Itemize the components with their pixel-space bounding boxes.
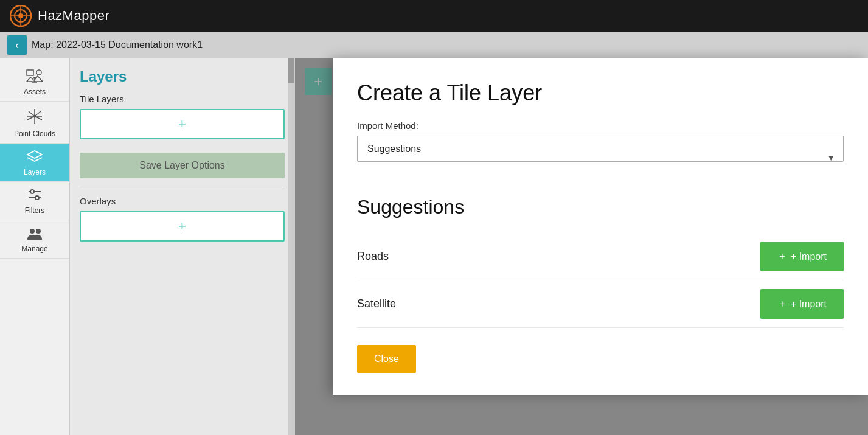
back-button[interactable]: ‹ [7,35,27,55]
import-satellite-button[interactable]: ＋ + Import [760,289,844,319]
breadcrumb-bar: ‹ Map: 2022-03-15 Documentation work1 [0,32,868,58]
sidebar-point-clouds-label: Point Clouds [14,130,55,138]
main-layout: Assets Point Clouds [0,58,868,435]
scroll-thumb [288,58,294,83]
import-method-select-wrapper: Suggestions URL WMS ▼ [357,136,844,179]
close-modal-button[interactable]: Close [357,345,416,373]
tile-layers-label: Tile Layers [80,94,285,104]
assets-icon [26,69,43,85]
scroll-handle[interactable] [288,58,294,435]
svg-point-26 [36,229,41,234]
save-layer-options-button[interactable]: Save Layer Options [80,153,285,178]
import-satellite-plus-icon: ＋ [777,298,787,310]
app-title: HazMapper [38,8,109,24]
sidebar-item-layers[interactable]: Layers [0,144,69,182]
import-roads-plus-icon: ＋ [777,250,787,263]
import-method-label: Import Method: [357,120,844,131]
hazmapper-logo-icon [10,5,32,27]
create-tile-layer-modal: Create a Tile Layer Import Method: Sugge… [333,58,868,395]
sidebar-item-point-clouds[interactable]: Point Clouds [0,102,69,144]
layers-panel: Layers Tile Layers + Save Layer Options … [70,58,295,435]
sidebar-item-filters[interactable]: Filters [0,182,69,220]
top-bar: HazMapper [0,0,868,32]
svg-point-22 [30,190,34,193]
sidebar-manage-label: Manage [21,245,47,253]
import-roads-button[interactable]: ＋ + Import [760,242,844,271]
layers-icon [26,150,43,165]
section-divider [80,187,285,187]
filters-icon [26,188,43,204]
svg-point-8 [33,77,36,79]
svg-point-6 [36,70,41,75]
svg-marker-20 [27,151,42,158]
svg-point-25 [30,229,35,234]
sidebar-assets-label: Assets [24,88,46,96]
layers-panel-title: Layers [80,68,285,85]
sidebar: Assets Point Clouds [0,58,70,435]
breadcrumb-text: Map: 2022-03-15 Documentation work1 [32,40,203,50]
add-tile-layer-button[interactable]: + [80,109,285,139]
modal-overlay: Create a Tile Layer Import Method: Sugge… [295,58,868,435]
sidebar-filters-label: Filters [25,206,45,215]
manage-icon [26,226,43,242]
import-satellite-label: + Import [791,299,827,310]
suggestion-row-satellite: Satellite ＋ + Import [357,280,844,328]
point-clouds-icon [26,108,43,127]
import-method-select[interactable]: Suggestions URL WMS [357,136,844,162]
suggestion-row-roads: Roads ＋ + Import [357,233,844,280]
suggestions-title: Suggestions [357,196,844,218]
suggestion-satellite-name: Satellite [357,298,396,310]
svg-point-19 [33,115,36,118]
sidebar-layers-label: Layers [24,168,46,176]
sidebar-item-manage[interactable]: Manage [0,220,69,259]
map-area: + Create a Tile Layer Import Method: Sug… [295,58,868,435]
suggestion-roads-name: Roads [357,250,389,263]
add-overlay-button[interactable]: + [80,211,285,242]
import-roads-label: + Import [791,251,827,262]
svg-rect-5 [27,70,33,75]
overlays-label: Overlays [80,196,285,206]
sidebar-item-assets[interactable]: Assets [0,63,69,102]
svg-point-24 [35,196,39,200]
modal-title: Create a Tile Layer [357,80,844,106]
